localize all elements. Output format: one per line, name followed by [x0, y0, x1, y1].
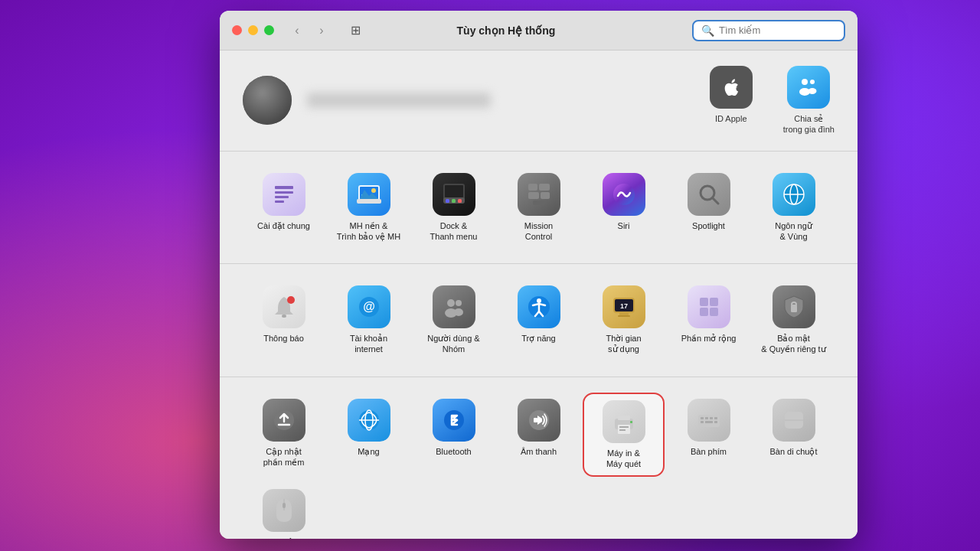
window-title: Tùy chọn Hệ thống [326, 24, 686, 37]
item-screen-time[interactable]: 17 Thời giansử dụng [583, 279, 665, 361]
apple-id-icon [710, 66, 753, 109]
close-button[interactable] [232, 25, 242, 35]
spotlight-icon [688, 173, 730, 216]
family-sharing-label: Chia sẻtrong gia đình [783, 113, 835, 135]
svg-point-3 [808, 88, 817, 94]
svg-rect-6 [275, 196, 289, 198]
maximize-button[interactable] [264, 25, 274, 35]
svg-rect-72 [714, 417, 717, 419]
trackpad-icon [773, 399, 815, 442]
mission-icon [518, 173, 560, 216]
svg-rect-66 [619, 429, 626, 431]
content-area: ID Apple Chia sẻtrong gia đình [220, 51, 858, 539]
item-trackpad[interactable]: Bàn di chuột [753, 393, 835, 478]
avatar [243, 76, 292, 125]
search-box[interactable]: 🔍 [692, 20, 845, 41]
accessibility-icon [518, 285, 560, 328]
item-extensions[interactable]: Phần mở rộng [668, 279, 750, 361]
dock-label: Dock &Thanh menu [430, 220, 478, 243]
mouse-label: Chuột [272, 536, 295, 539]
family-sharing-item[interactable]: Chia sẻtrong gia đình [783, 66, 835, 135]
item-printers[interactable]: Máy in &Máy quét [583, 393, 665, 478]
svg-point-1 [810, 80, 815, 84]
sound-icon [518, 399, 560, 442]
security-label: Bảo mật& Quyền riêng tư [761, 333, 825, 355]
svg-point-12 [371, 188, 376, 193]
notifications-label: Thông báo [263, 333, 304, 344]
item-network[interactable]: Mạng [328, 393, 410, 478]
updates-label: Cập nhậtphần mềm [263, 446, 305, 468]
svg-rect-67 [630, 421, 632, 423]
item-mouse[interactable]: Chuột [243, 483, 325, 539]
item-internet[interactable]: @ Tài khoảninternet [328, 279, 410, 361]
svg-point-36 [447, 299, 455, 307]
item-siri[interactable]: Siri [583, 167, 665, 249]
svg-point-41 [537, 298, 541, 303]
item-bluetooth[interactable]: Bluetooth [413, 393, 495, 478]
svg-rect-4 [275, 186, 293, 189]
svg-rect-49 [700, 308, 708, 316]
item-notifications[interactable]: Thông báo [243, 279, 325, 361]
item-language[interactable]: Ngôn ngữ& Vùng [753, 167, 835, 249]
item-spotlight[interactable]: Spotlight [668, 167, 750, 249]
svg-rect-47 [700, 298, 708, 306]
screen-time-label: Thời giansử dụng [606, 333, 641, 355]
svg-rect-73 [701, 421, 704, 423]
minimize-button[interactable] [248, 25, 258, 35]
svg-point-33 [287, 296, 295, 304]
extensions-label: Phần mở rộng [681, 333, 737, 344]
profile-section: ID Apple Chia sẻtrong gia đình [220, 51, 858, 152]
internet-icon: @ [348, 285, 390, 328]
printers-label: Máy in &Máy quét [606, 448, 641, 470]
svg-rect-24 [533, 201, 545, 205]
system-preferences-window: ‹ › ⊞ Tùy chọn Hệ thống 🔍 [220, 11, 858, 539]
svg-text:17: 17 [619, 302, 627, 310]
svg-rect-21 [539, 184, 550, 191]
search-input[interactable] [719, 24, 836, 36]
svg-point-39 [454, 308, 463, 316]
language-icon [773, 173, 815, 216]
icon-grid-2: Thông báo @ Tài khoảninternet [243, 279, 835, 361]
svg-rect-60 [534, 418, 537, 422]
general-label: Cài đặt chung [257, 220, 310, 231]
item-updates[interactable]: Cập nhậtphần mềm [243, 393, 325, 478]
item-keyboard[interactable]: Bàn phím [668, 393, 750, 478]
bluetooth-icon [433, 399, 475, 442]
svg-rect-63 [618, 416, 630, 420]
item-dock[interactable]: Dock &Thanh menu [413, 167, 495, 249]
icon-grid-3: Cập nhậtphần mềm Mạng [243, 393, 835, 539]
svg-text:@: @ [363, 300, 375, 313]
siri-label: Siri [618, 220, 630, 231]
item-security[interactable]: Bảo mật& Quyền riêng tư [753, 279, 835, 361]
spotlight-label: Spotlight [692, 220, 725, 231]
svg-rect-5 [275, 191, 293, 194]
apple-id-item[interactable]: ID Apple [710, 66, 753, 135]
back-button[interactable]: ‹ [286, 20, 308, 41]
extensions-icon [688, 285, 730, 328]
keyboard-icon [688, 399, 730, 442]
svg-rect-69 [701, 417, 704, 419]
profile-name-blurred [307, 93, 491, 108]
item-sound[interactable]: Âm thanh [498, 393, 580, 478]
item-general[interactable]: Cài đặt chung [243, 167, 325, 249]
svg-rect-45 [618, 315, 630, 317]
notifications-icon [263, 285, 305, 328]
item-mission[interactable]: MissionControl [498, 167, 580, 249]
svg-rect-79 [283, 503, 286, 508]
accessibility-label: Trợ năng [521, 333, 556, 344]
dock-icon [433, 173, 475, 216]
item-users[interactable]: Người dùng &Nhóm [413, 279, 495, 361]
users-label: Người dùng &Nhóm [427, 333, 479, 355]
item-wallpaper[interactable]: MH nền &Trình bảo vệ MH [328, 167, 410, 249]
profile-info [307, 93, 694, 108]
svg-rect-65 [619, 426, 629, 428]
keyboard-label: Bàn phím [691, 446, 727, 457]
svg-rect-7 [275, 201, 284, 203]
titlebar: ‹ › ⊞ Tùy chọn Hệ thống 🔍 [220, 11, 858, 51]
profile-right: ID Apple Chia sẻtrong gia đình [710, 66, 835, 135]
svg-rect-18 [452, 199, 456, 203]
item-accessibility[interactable]: Trợ năng [498, 279, 580, 361]
svg-rect-50 [710, 308, 718, 316]
svg-rect-75 [714, 421, 717, 423]
family-sharing-icon [787, 66, 830, 109]
